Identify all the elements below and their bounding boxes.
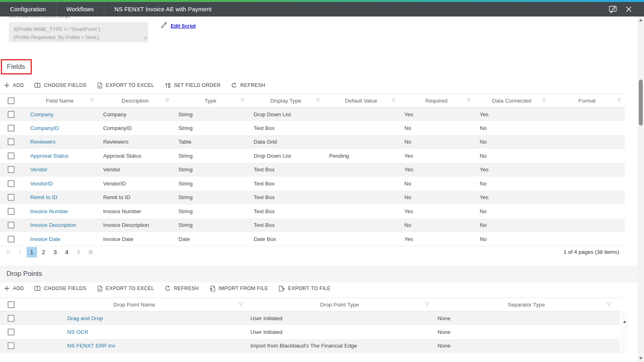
export-to-excel-button[interactable]: EXPORT TO EXCEL <box>97 82 154 88</box>
choose-fields-button[interactable]: CHOOSE FIELDS <box>34 286 86 291</box>
description-cell: Vendor <box>97 163 173 177</box>
scrollbar-thumb[interactable] <box>639 80 643 125</box>
import-from-file-button[interactable]: IMPORT FROM FILE <box>209 286 268 292</box>
script-textarea[interactable]: if(Profile.MIME_TYPE != "SmartForm") {Pr… <box>9 22 148 42</box>
filter-icon[interactable] <box>165 98 169 104</box>
column-header-default-value[interactable]: Default Value <box>323 94 398 107</box>
column-header-type[interactable]: Type <box>173 94 248 107</box>
row-checkbox[interactable] <box>8 315 14 322</box>
select-all-checkbox[interactable] <box>8 97 14 104</box>
resize-handle-icon[interactable] <box>143 34 147 41</box>
row-checkbox[interactable] <box>8 208 14 215</box>
filter-icon[interactable] <box>239 302 243 308</box>
column-header-field-name[interactable]: Field Name <box>22 94 97 107</box>
scroll-up-icon[interactable] <box>623 321 626 323</box>
row-checkbox[interactable] <box>8 138 14 145</box>
next-page-button[interactable] <box>73 247 84 257</box>
column-header-description[interactable]: Description <box>97 94 173 107</box>
scroll-down-icon[interactable] <box>639 357 642 360</box>
drop-point-name-link[interactable]: Drag and Drop <box>67 315 103 321</box>
default-value-cell <box>323 191 398 205</box>
edit-note-icon[interactable] <box>609 5 617 14</box>
edit-script-link[interactable]: Edit Script <box>171 23 196 29</box>
data-connected-cell: No <box>474 232 549 246</box>
page-button-1[interactable]: 1 <box>27 247 37 257</box>
add-button[interactable]: ADD <box>4 286 24 291</box>
row-checkbox[interactable] <box>8 194 14 201</box>
row-checkbox[interactable] <box>8 222 14 228</box>
field-name-link[interactable]: VendorID <box>30 181 53 187</box>
choose-fields-button[interactable]: CHOOSE FIELDS <box>34 82 86 88</box>
row-checkbox[interactable] <box>8 180 14 187</box>
required-cell: Yes <box>399 204 474 218</box>
edit-script-action: Edit Script <box>161 22 196 30</box>
field-name-link[interactable]: Invoice Number <box>30 208 68 214</box>
drop-point-type-cell: Import from Blackbaud's The Financial Ed… <box>246 339 433 353</box>
last-page-button[interactable] <box>85 247 95 257</box>
table-row: Remit to ID Remit to ID String Text Box … <box>0 191 625 205</box>
field-name-link[interactable]: Remit to ID <box>30 194 58 200</box>
tab-invoice-profile[interactable]: NS FENXT Invoice AE with Payment <box>104 2 221 16</box>
export-to-file-button[interactable]: EXPORT TO FILE <box>279 286 330 292</box>
drop-point-name-link[interactable]: NS FENXT ERP Inv <box>67 343 116 349</box>
default-value-cell: Pending <box>323 149 398 163</box>
close-icon[interactable] <box>625 6 632 12</box>
data-connected-cell: No <box>474 149 549 163</box>
field-name-link[interactable]: Invoice Date <box>30 236 60 242</box>
import-file-icon <box>209 286 215 292</box>
scroll-up-icon[interactable] <box>639 19 642 21</box>
tab-workflows[interactable]: Workflows <box>56 2 104 16</box>
drop-point-name-link[interactable]: NS OCR <box>67 329 89 335</box>
row-checkbox[interactable] <box>8 236 14 243</box>
row-checkbox[interactable] <box>8 152 14 159</box>
set-field-order-button[interactable]: SET FIELD ORDER <box>165 82 221 88</box>
column-header-data-connected[interactable]: Data Connected <box>474 94 549 107</box>
filter-icon[interactable] <box>542 98 546 104</box>
column-header-format[interactable]: Format <box>549 94 625 107</box>
filter-icon[interactable] <box>607 302 611 308</box>
filter-icon[interactable] <box>391 98 396 104</box>
drop-points-scrollbar[interactable] <box>621 311 627 353</box>
column-header-drop-point-name[interactable]: Drop Point Name <box>22 298 246 311</box>
table-row: Invoice Description Invoice Description … <box>0 218 625 232</box>
tab-configuration[interactable]: Configuration <box>0 2 56 16</box>
field-name-link[interactable]: CompanyID <box>30 125 59 131</box>
page-button-3[interactable]: 3 <box>50 247 60 257</box>
export-to-excel-button[interactable]: EXPORT TO EXCEL <box>97 286 154 292</box>
page-button-4[interactable]: 4 <box>62 247 72 257</box>
table-row: Vendor Vendor String Text Box Yes Yes <box>0 163 625 177</box>
sort-order-icon <box>165 82 171 88</box>
page-scrollbar[interactable] <box>638 16 644 362</box>
format-cell <box>549 204 625 218</box>
column-header-drop-point-type[interactable]: Drop Point Type <box>246 298 433 311</box>
column-header-required[interactable]: Required <box>399 94 474 107</box>
filter-icon[interactable] <box>90 98 94 104</box>
column-header-display-type[interactable]: Display Type <box>248 94 323 107</box>
page-button-2[interactable]: 2 <box>38 247 49 257</box>
first-page-button[interactable] <box>3 247 14 257</box>
refresh-button[interactable]: REFRESH <box>231 82 265 88</box>
row-checkbox[interactable] <box>8 125 14 132</box>
field-name-link[interactable]: Reviewers <box>30 139 56 145</box>
refresh-button[interactable]: REFRESH <box>165 286 199 292</box>
filter-icon[interactable] <box>316 98 320 104</box>
field-name-link[interactable]: Approval Status <box>30 153 68 159</box>
filter-icon[interactable] <box>425 302 429 308</box>
field-name-link[interactable]: Vendor <box>30 167 47 173</box>
filter-icon[interactable] <box>240 98 245 104</box>
row-checkbox[interactable] <box>8 111 14 118</box>
type-cell: String <box>173 149 248 163</box>
column-header-separator-type[interactable]: Separator Type <box>433 298 620 311</box>
field-name-link[interactable]: Invoice Description <box>30 222 76 228</box>
fields-section-title: Fields <box>7 63 25 71</box>
select-all-checkbox[interactable] <box>8 301 14 308</box>
field-name-link[interactable]: Company <box>30 111 54 117</box>
filter-icon[interactable] <box>466 98 471 104</box>
row-checkbox[interactable] <box>8 342 14 349</box>
filter-icon[interactable] <box>617 98 621 104</box>
fields-toolbar: ADD CHOOSE FIELDS EXPORT TO EXCEL SET FI… <box>4 81 276 90</box>
row-checkbox[interactable] <box>8 166 14 173</box>
row-checkbox[interactable] <box>8 329 14 335</box>
add-button[interactable]: ADD <box>4 82 24 88</box>
prev-page-button[interactable] <box>15 247 25 257</box>
